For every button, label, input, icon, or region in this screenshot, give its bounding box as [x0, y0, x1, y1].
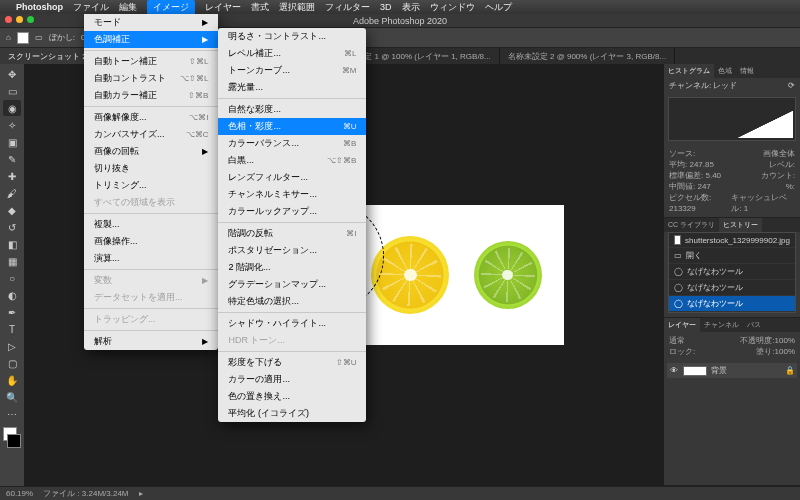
channel-select[interactable]: レッド	[713, 81, 737, 90]
tab-info[interactable]: 情報	[736, 64, 758, 78]
gradient-tool-icon[interactable]: ▦	[3, 253, 21, 269]
image-menu-dropdown[interactable]: モード▶色調補正▶自動トーン補正⇧⌘L自動コントラスト⌥⇧⌘L自動カラー補正⇧⌘…	[84, 14, 218, 350]
doc-tab[interactable]: 名称未設定 2 @ 900% (レイヤー 3, RGB/8...	[500, 48, 675, 64]
crop-tool-icon[interactable]: ▣	[3, 134, 21, 150]
history-snapshot[interactable]: shutterstock_1329999902.jpg	[669, 233, 795, 248]
menu-item[interactable]: 色相・彩度...⌘U	[218, 118, 366, 135]
pen-tool-icon[interactable]: ✒	[3, 304, 21, 320]
history-step[interactable]: ◯なげなわツール	[669, 280, 795, 296]
tab-layers[interactable]: レイヤー	[664, 318, 700, 332]
layer-row[interactable]: 👁 背景 🔒	[667, 363, 797, 378]
source-select[interactable]: 画像全体	[763, 148, 795, 159]
app-name[interactable]: Photoshop	[16, 2, 63, 12]
blend-mode-select[interactable]: 通常	[669, 335, 685, 346]
wand-tool-icon[interactable]: ✧	[3, 117, 21, 133]
background-swatch[interactable]	[7, 434, 21, 448]
eraser-tool-icon[interactable]: ◧	[3, 236, 21, 252]
tab-histogram[interactable]: ヒストグラム	[664, 64, 714, 78]
menu-item[interactable]: トリミング...	[84, 177, 218, 194]
menu-item[interactable]: 白黒...⌥⇧⌘B	[218, 152, 366, 169]
history-step[interactable]: ◯なげなわツール	[669, 264, 795, 280]
move-tool-icon[interactable]: ✥	[3, 66, 21, 82]
menu-item[interactable]: トーンカーブ...⌘M	[218, 62, 366, 79]
menu-item[interactable]: カンバスサイズ...⌥⌘C	[84, 126, 218, 143]
path-tool-icon[interactable]: ▷	[3, 338, 21, 354]
menu-item[interactable]: 切り抜き	[84, 160, 218, 177]
menu-item[interactable]: カラールックアップ...	[218, 203, 366, 220]
tool-preset-icon[interactable]	[17, 32, 29, 44]
menu-view[interactable]: 表示	[402, 1, 420, 14]
menu-item[interactable]: 自然な彩度...	[218, 101, 366, 118]
traffic-lights[interactable]	[5, 16, 34, 23]
menu-item[interactable]: 露光量...	[218, 79, 366, 96]
history-brush-icon[interactable]: ↺	[3, 219, 21, 235]
tab-channels[interactable]: チャンネル	[700, 318, 743, 332]
color-swatches[interactable]	[3, 427, 21, 448]
history-step[interactable]: ◯なげなわツール	[669, 296, 795, 312]
zoom-tool-icon[interactable]: 🔍	[3, 389, 21, 405]
menu-item[interactable]: 画像操作...	[84, 233, 218, 250]
menu-type[interactable]: 書式	[251, 1, 269, 14]
menu-item[interactable]: シャドウ・ハイライト...	[218, 315, 366, 332]
menu-item[interactable]: 自動カラー補正⇧⌘B	[84, 87, 218, 104]
menu-file[interactable]: ファイル	[73, 1, 109, 14]
menu-select[interactable]: 選択範囲	[279, 1, 315, 14]
heal-tool-icon[interactable]: ✚	[3, 168, 21, 184]
layer-thumb[interactable]	[683, 366, 707, 376]
fill-input[interactable]: 100%	[775, 347, 795, 356]
menu-item[interactable]: 平均化 (イコライズ)	[218, 405, 366, 422]
menu-image[interactable]: イメージ	[147, 0, 195, 15]
menu-item[interactable]: 自動コントラスト⌥⇧⌘L	[84, 70, 218, 87]
chevron-right-icon[interactable]: ▸	[139, 489, 143, 498]
menu-item[interactable]: カラーの適用...	[218, 371, 366, 388]
history-step[interactable]: ▭開く	[669, 248, 795, 264]
menu-item[interactable]: 演算...	[84, 250, 218, 267]
selection-new-icon[interactable]: ▭	[35, 33, 43, 42]
stamp-tool-icon[interactable]: ◆	[3, 202, 21, 218]
dodge-tool-icon[interactable]: ◐	[3, 287, 21, 303]
menu-item[interactable]: カラーバランス...⌘B	[218, 135, 366, 152]
menu-item[interactable]: レンズフィルター...	[218, 169, 366, 186]
type-tool-icon[interactable]: T	[3, 321, 21, 337]
menu-item[interactable]: 自動トーン補正⇧⌘L	[84, 53, 218, 70]
menu-item[interactable]: 色調補正▶	[84, 31, 218, 48]
tab-cclib[interactable]: CC ライブラリ	[664, 218, 719, 232]
marquee-tool-icon[interactable]: ▭	[3, 83, 21, 99]
eyedropper-tool-icon[interactable]: ✎	[3, 151, 21, 167]
menu-3d[interactable]: 3D	[380, 2, 392, 12]
blur-tool-icon[interactable]: ○	[3, 270, 21, 286]
visibility-icon[interactable]: 👁	[669, 366, 679, 375]
menu-item[interactable]: 画像解像度...⌥⌘I	[84, 109, 218, 126]
lasso-tool-icon[interactable]: ◉	[3, 100, 21, 116]
menu-item[interactable]: グラデーションマップ...	[218, 276, 366, 293]
menu-item[interactable]: 階調の反転⌘I	[218, 225, 366, 242]
menu-item[interactable]: チャンネルミキサー...	[218, 186, 366, 203]
home-icon[interactable]: ⌂	[6, 33, 11, 42]
menu-item[interactable]: 特定色域の選択...	[218, 293, 366, 310]
layer-name[interactable]: 背景	[711, 365, 727, 376]
tab-history[interactable]: ヒストリー	[719, 218, 762, 232]
menu-item[interactable]: 2 階調化...	[218, 259, 366, 276]
more-tools-icon[interactable]: ⋯	[3, 406, 21, 422]
tab-paths[interactable]: パス	[743, 318, 765, 332]
menu-item[interactable]: レベル補正...⌘L	[218, 45, 366, 62]
menu-item[interactable]: ポスタリゼーション...	[218, 242, 366, 259]
menu-item[interactable]: 画像の回転▶	[84, 143, 218, 160]
menu-item[interactable]: 解析▶	[84, 333, 218, 350]
menu-filter[interactable]: フィルター	[325, 1, 370, 14]
brush-tool-icon[interactable]: 🖌	[3, 185, 21, 201]
tab-swatch[interactable]: 色域	[714, 64, 736, 78]
adjustments-submenu[interactable]: 明るさ・コントラスト...レベル補正...⌘Lトーンカーブ...⌘M露光量...…	[218, 28, 366, 422]
menu-item[interactable]: 彩度を下げる⇧⌘U	[218, 354, 366, 371]
menu-window[interactable]: ウィンドウ	[430, 1, 475, 14]
menu-item[interactable]: モード▶	[84, 14, 218, 31]
menu-item[interactable]: 色の置き換え...	[218, 388, 366, 405]
shape-tool-icon[interactable]: ▢	[3, 355, 21, 371]
refresh-icon[interactable]: ⟳	[788, 81, 795, 90]
menu-layer[interactable]: レイヤー	[205, 1, 241, 14]
menu-item[interactable]: 明るさ・コントラスト...	[218, 28, 366, 45]
menu-item[interactable]: 複製...	[84, 216, 218, 233]
zoom-level[interactable]: 60.19%	[6, 489, 33, 498]
hand-tool-icon[interactable]: ✋	[3, 372, 21, 388]
menu-help[interactable]: ヘルプ	[485, 1, 512, 14]
